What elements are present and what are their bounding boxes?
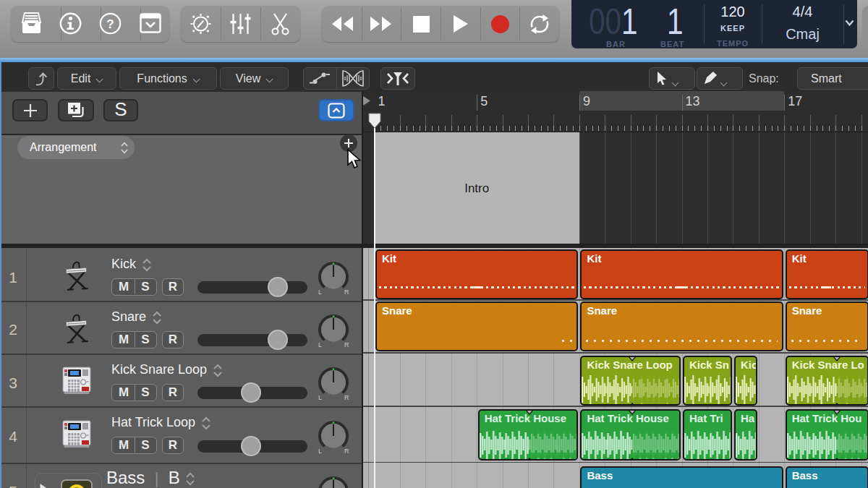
svg-text:?: ? bbox=[106, 17, 114, 31]
